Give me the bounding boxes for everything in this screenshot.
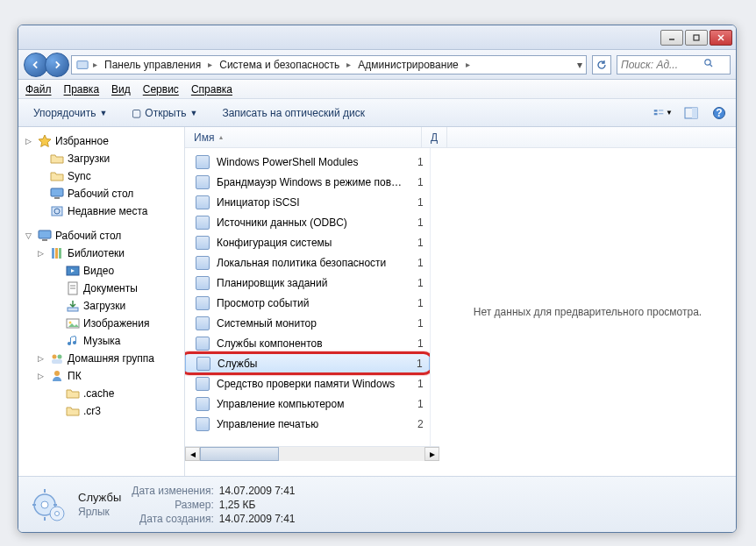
horizontal-scrollbar[interactable]: ◂ ▸ — [185, 446, 439, 461]
breadcrumb-bar[interactable]: ▸ Панель управления ▸ Система и безопасн… — [71, 55, 587, 74]
navigation-pane[interactable]: ▷ИзбранноеЗагрузкиSyncРабочий столНедавн… — [18, 127, 185, 476]
svg-rect-16 — [54, 197, 60, 199]
file-name: Конфигурация системы — [217, 237, 410, 249]
file-row[interactable]: Windows PowerShell Modules1 — [185, 152, 430, 172]
music-icon — [66, 334, 80, 348]
sidebar-item[interactable]: ▽Рабочий стол — [20, 227, 182, 245]
file-row[interactable]: Средство проверки памяти Windows1 — [185, 373, 430, 394]
preview-empty-text: Нет данных для предварительного просмотр… — [474, 306, 702, 318]
file-row[interactable]: Управление печатью2 — [185, 414, 430, 434]
content-area: Имя▴ Д Windows PowerShell Modules1Брандм… — [185, 127, 736, 476]
file-row[interactable]: Локальная политика безопасности1 — [185, 252, 430, 273]
sidebar-item[interactable]: Видео — [20, 262, 182, 280]
sidebar-item[interactable]: Загрузки — [20, 297, 182, 315]
menu-edit[interactable]: Правка — [64, 83, 100, 96]
file-row[interactable]: Службы компонентов1 — [185, 333, 430, 353]
file-name: Локальная политика безопасности — [217, 257, 410, 269]
svg-rect-8 — [654, 113, 658, 115]
breadcrumb[interactable]: Панель управления — [101, 57, 204, 73]
help-button[interactable]: ? — [710, 103, 729, 123]
file-date: 1 — [417, 156, 430, 168]
refresh-button[interactable] — [592, 55, 611, 74]
column-name[interactable]: Имя▴ — [185, 127, 422, 147]
sidebar-item[interactable]: .cr3 — [20, 402, 182, 420]
file-date: 1 — [417, 297, 430, 309]
sidebar-item[interactable]: Загрузки — [20, 150, 182, 167]
organize-button[interactable]: Упорядочить ▼ — [25, 103, 115, 123]
view-options-button[interactable]: ▼ — [653, 103, 673, 123]
sidebar-item[interactable]: .cache — [20, 385, 182, 402]
svg-rect-4 — [77, 60, 88, 68]
expander-icon[interactable]: ▷ — [25, 137, 34, 145]
menu-view[interactable]: Вид — [111, 83, 131, 96]
column-date[interactable]: Д — [422, 127, 447, 147]
file-row[interactable]: Конфигурация системы1 — [185, 232, 430, 252]
sidebar-item-label: ПК — [68, 370, 82, 382]
sidebar-item-label: Недавние места — [68, 205, 147, 217]
file-row[interactable]: Источники данных (ODBC)1 — [185, 212, 430, 232]
sidebar-item[interactable]: Изображения — [20, 315, 182, 332]
burn-button[interactable]: Записать на оптический диск — [214, 103, 373, 123]
folder-icon — [66, 386, 80, 401]
file-date: 1 — [417, 237, 430, 249]
file-list[interactable]: Windows PowerShell Modules1Брандмауэр Wi… — [185, 148, 431, 446]
expander-icon[interactable]: ▷ — [38, 249, 46, 258]
menu-file[interactable]: Файл — [25, 83, 52, 96]
sidebar-item[interactable]: ▷Библиотеки — [20, 245, 182, 262]
sidebar-item-label: Рабочий стол — [68, 188, 133, 200]
menu-help[interactable]: Справка — [191, 83, 232, 96]
shortcut-icon — [196, 256, 210, 270]
details-metadata: Дата изменения:14.07.2009 7:41Размер:1,2… — [132, 485, 295, 525]
sidebar-item[interactable]: Недавние места — [20, 202, 182, 220]
file-name: Брандмауэр Windows в режиме повы... — [217, 176, 410, 188]
close-button[interactable] — [710, 30, 732, 46]
breadcrumb[interactable]: Система и безопасность — [216, 57, 343, 73]
shortcut-icon — [196, 397, 210, 411]
maximize-button[interactable] — [685, 30, 708, 46]
forward-button[interactable] — [45, 53, 69, 77]
sidebar-item-label: Музыка — [83, 335, 120, 347]
file-date: 2 — [417, 418, 430, 430]
breadcrumb[interactable]: Администрирование — [354, 57, 461, 73]
sidebar-item[interactable]: Музыка — [20, 332, 182, 350]
desktop-icon — [50, 187, 64, 201]
search-input[interactable] — [621, 59, 700, 71]
expander-icon[interactable]: ▷ — [38, 354, 46, 363]
sidebar-item[interactable]: ▷ПК — [20, 367, 182, 385]
svg-point-5 — [705, 60, 710, 65]
sidebar-item[interactable]: ▷Избранное — [20, 132, 182, 150]
scroll-thumb[interactable] — [200, 447, 279, 461]
dropdown-icon[interactable]: ▾ — [577, 59, 582, 71]
sidebar-item[interactable]: Рабочий стол — [20, 185, 182, 202]
expander-icon[interactable]: ▽ — [25, 231, 34, 240]
file-name: Windows PowerShell Modules — [217, 156, 410, 168]
file-row[interactable]: Службы1 — [185, 353, 430, 373]
file-row[interactable]: Брандмауэр Windows в режиме повы...1 — [185, 172, 430, 192]
sidebar-item[interactable]: Sync — [20, 167, 182, 185]
search-box[interactable] — [617, 55, 731, 74]
file-date: 1 — [417, 196, 430, 209]
file-row[interactable]: Просмотр событий1 — [185, 293, 430, 313]
preview-pane-button[interactable] — [681, 103, 701, 123]
chevron-down-icon: ▼ — [189, 109, 197, 117]
menu-bar: Файл Правка Вид Сервис Справка — [18, 80, 736, 99]
file-name: Средство проверки памяти Windows — [217, 378, 410, 390]
file-row[interactable]: Инициатор iSCSI1 — [185, 192, 430, 212]
open-button[interactable]: ▢Открыть ▼ — [124, 103, 205, 123]
sidebar-item[interactable]: Документы — [20, 280, 182, 297]
shortcut-icon — [196, 316, 210, 330]
shortcut-icon — [196, 417, 210, 431]
file-row[interactable]: Планировщик заданий1 — [185, 273, 430, 293]
svg-rect-28 — [68, 308, 78, 311]
expander-icon[interactable]: ▷ — [38, 372, 46, 380]
file-row[interactable]: Управление компьютером1 — [185, 394, 430, 414]
scroll-left-button[interactable]: ◂ — [185, 447, 200, 461]
menu-tools[interactable]: Сервис — [143, 83, 179, 96]
file-row[interactable]: Системный монитор1 — [185, 313, 430, 333]
svg-line-6 — [710, 65, 713, 67]
svg-rect-12 — [692, 108, 697, 118]
sidebar-item[interactable]: ▷Домашняя группа — [20, 350, 182, 367]
minimize-button[interactable] — [660, 30, 683, 46]
scroll-right-button[interactable]: ▸ — [424, 447, 439, 461]
column-headers: Имя▴ Д — [185, 127, 736, 148]
